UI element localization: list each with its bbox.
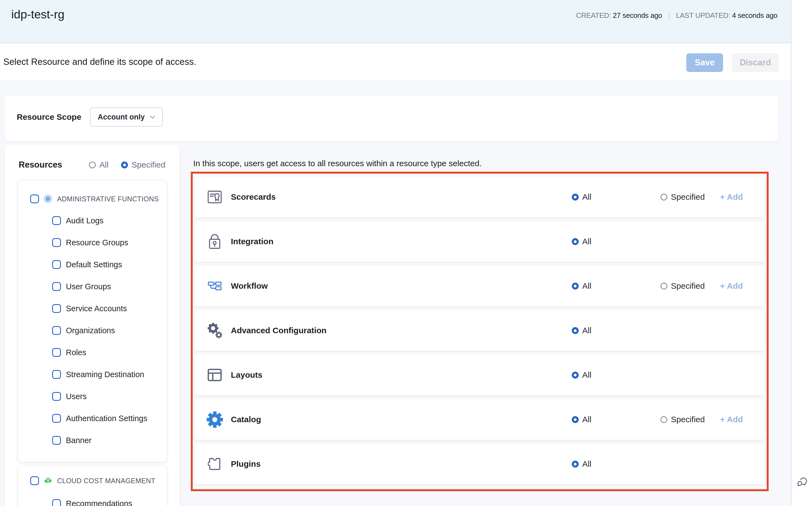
svg-text:$: $ <box>47 479 49 483</box>
